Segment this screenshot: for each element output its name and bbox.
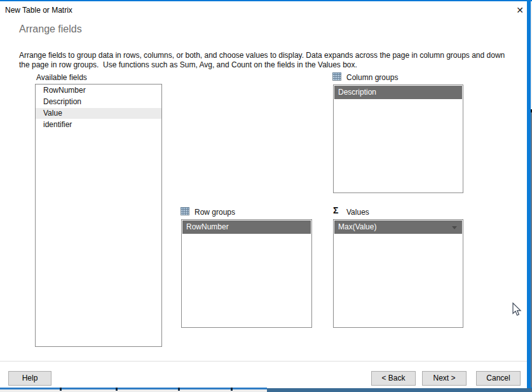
background-bottom-tick — [231, 388, 233, 391]
close-icon: ✕ — [516, 6, 524, 15]
field-item-identifier[interactable]: identifier — [36, 119, 161, 130]
column-groups-grid-icon — [332, 72, 341, 81]
mouse-cursor — [512, 302, 522, 318]
row-groups-label: Row groups — [194, 208, 235, 217]
window-title: New Table or Matrix — [5, 6, 72, 15]
page-title: Arrange fields — [19, 24, 82, 35]
background-bottom-tick — [116, 388, 118, 391]
column-groups-label: Column groups — [346, 73, 398, 82]
cancel-button[interactable]: Cancel — [476, 371, 521, 386]
background-bottom-blue-line — [0, 388, 267, 389]
values-list[interactable]: Max(Value) — [333, 219, 463, 328]
field-item-value[interactable]: Value — [36, 108, 161, 119]
back-button[interactable]: < Back — [371, 371, 416, 386]
column-groups-list[interactable]: Description — [333, 84, 463, 193]
value-item-label: Max(Value) — [338, 222, 376, 231]
row-groups-list[interactable]: RowNumber — [181, 219, 312, 328]
close-button[interactable]: ✕ — [512, 3, 528, 18]
background-window-bottom-edge-right — [267, 388, 532, 392]
field-item-rownumber[interactable]: RowNumber — [36, 85, 161, 96]
available-fields-list[interactable]: RowNumber Description Value identifier — [35, 84, 162, 347]
column-group-item[interactable]: Description — [334, 86, 462, 99]
value-item[interactable]: Max(Value) — [334, 220, 462, 234]
row-groups-grid-icon — [181, 207, 189, 215]
footer-divider — [0, 361, 527, 362]
help-button[interactable]: Help — [8, 371, 51, 386]
dropdown-arrow-icon[interactable] — [452, 226, 457, 229]
background-window-bottom-edge-left — [0, 388, 267, 392]
background-bottom-tick — [178, 388, 180, 391]
values-label: Values — [346, 208, 369, 217]
row-group-item[interactable]: RowNumber — [182, 220, 311, 234]
window-top-border — [0, 0, 532, 1]
instructions-text: Arrange fields to group data in rows, co… — [19, 51, 517, 70]
field-item-description[interactable]: Description — [36, 97, 161, 107]
next-button[interactable]: Next > — [422, 371, 467, 386]
background-bottom-tick — [60, 388, 62, 391]
screen: New Table or Matrix ✕ Arrange fields Arr… — [0, 0, 532, 392]
available-fields-label: Available fields — [36, 73, 87, 82]
sigma-icon: Σ — [333, 205, 338, 215]
